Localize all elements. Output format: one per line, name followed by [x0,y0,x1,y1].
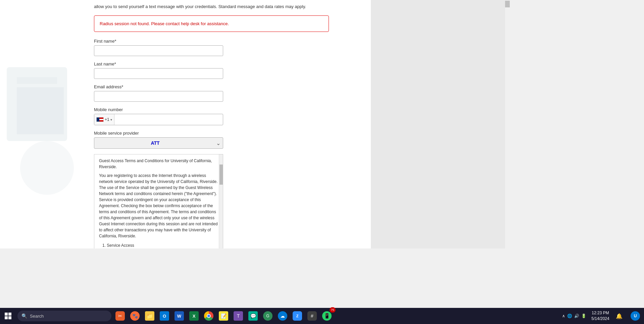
up-arrow-icon[interactable]: ∧ [562,314,565,318]
terms-paragraph1: You are registering to access the Intern… [99,173,218,239]
terms-section1-title: 1. Service Access [102,242,218,248]
mobile-field: Mobile number +1 ▾ [94,107,329,125]
user-avatar: U [631,311,640,321]
clock-date: 5/14/2024 [591,316,609,322]
snipping-tool-icon: ✂ [115,311,125,321]
calculator-icon: # [307,311,317,321]
taskbar-app-outlook[interactable]: O [157,309,172,323]
us-flag-icon [96,117,104,122]
country-dropdown-icon: ▾ [110,118,112,122]
terms-content[interactable]: Guest Access Terms and Conditions for Un… [94,154,223,248]
terms-title: Guest Access Terms and Conditions for Un… [99,158,218,170]
first-name-input[interactable] [94,45,223,56]
country-code: +1 [105,117,109,122]
last-name-input[interactable] [94,68,223,79]
start-button[interactable] [0,308,16,324]
notification-icon: 🔔 [616,313,623,319]
volume-icon[interactable]: 🔊 [574,314,579,318]
windows-icon [5,313,11,319]
taskbar-app-whatsapp[interactable]: 📱 75 [319,309,334,323]
mobile-number-input[interactable] [114,116,223,124]
taskbar-app-word[interactable]: W [172,309,187,323]
green-app-icon: G [263,311,273,321]
sticky-notes-icon: 📝 [219,311,228,321]
provider-select-wrapper: ATT Verizon T-Mobile Sprint Other ⌄ [94,137,223,149]
taskbar-app-mascot[interactable]: 🐾 [128,309,142,323]
taskbar-notification[interactable]: 🔔 [612,309,627,323]
email-input[interactable] [94,91,223,102]
battery-icon[interactable]: 🔋 [581,314,586,318]
terms-scrollbar[interactable] [219,154,223,248]
zoom-icon: Z [293,311,302,321]
whatsapp-icon: 📱 [322,311,332,321]
taskbar: 🔍 Search ✂ 🐾 📁 O W X 📝 T 💬 G ☁ Z [0,308,644,324]
taskbar-search-text: Search [30,314,44,319]
svg-point-3 [20,141,74,195]
provider-select[interactable]: ATT Verizon T-Mobile Sprint Other [94,137,223,149]
mascot-icon: 🐾 [130,311,140,321]
chat-icon: 💬 [248,311,258,321]
right-background [371,0,505,248]
taskbar-avatar[interactable]: U [628,309,643,323]
terms-scrollbar-thumb[interactable] [219,165,223,185]
email-field: Email address* [94,84,329,102]
taskbar-app-cloud[interactable]: ☁ [275,309,290,323]
taskbar-app-zoom[interactable]: Z [290,309,305,323]
provider-field: Mobile service provider ATT Verizon T-Mo… [94,131,329,149]
taskbar-app-calculator[interactable]: # [305,309,319,323]
email-label: Email address* [94,84,329,89]
taskbar-app-green[interactable]: G [260,309,275,323]
taskbar-search-icon: 🔍 [21,313,27,319]
mobile-input-wrapper: +1 ▾ [94,114,223,125]
clock-time: 12:23 PM [592,310,609,316]
folder-icon: 📁 [145,311,154,321]
svg-rect-1 [17,77,57,84]
provider-label: Mobile service provider [94,131,329,136]
word-icon: W [175,311,184,321]
first-name-field: First name* [94,39,329,56]
win-square-4 [8,316,11,319]
taskbar-app-sticky[interactable]: 📝 [216,309,231,323]
country-code-selector[interactable]: +1 ▾ [94,114,114,125]
error-box: Radius session not found. Please contact… [94,15,329,32]
error-message: Radius session not found. Please contact… [100,21,229,26]
system-tray: ∧ 🌐 🔊 🔋 [559,314,589,318]
intro-text: allow you to send yourself a text messag… [94,3,329,10]
outlook-icon: O [160,311,169,321]
cloud-icon: ☁ [278,311,287,321]
network-icon[interactable]: 🌐 [567,314,572,318]
mobile-label: Mobile number [94,107,329,112]
excel-icon: X [189,311,199,321]
main-scrollbar-thumb[interactable] [505,1,510,7]
taskbar-app-snipping[interactable]: ✂ [113,309,128,323]
chrome-inner-circle [207,314,211,318]
taskbar-right: ∧ 🌐 🔊 🔋 12:23 PM 5/14/2024 🔔 U [559,308,644,324]
main-scrollbar[interactable] [505,0,510,248]
last-name-field: Last name* [94,61,329,79]
whatsapp-badge: 75 [330,307,336,313]
win-square-2 [8,313,11,316]
win-square-3 [5,316,8,319]
taskbar-app-teams[interactable]: T [231,309,246,323]
taskbar-app-folder[interactable]: 📁 [142,309,157,323]
taskbar-app-chat[interactable]: 💬 [246,309,260,323]
background-graphic [0,34,94,235]
page-content: allow you to send yourself a text messag… [0,0,510,248]
win-square-1 [5,313,8,316]
taskbar-app-excel[interactable]: X [187,309,201,323]
taskbar-search[interactable]: 🔍 Search [17,311,111,321]
last-name-label: Last name* [94,61,329,66]
chrome-icon [204,311,213,321]
svg-rect-2 [17,87,64,134]
taskbar-app-chrome[interactable] [201,309,216,323]
clock[interactable]: 12:23 PM 5/14/2024 [590,310,610,322]
first-name-label: First name* [94,39,329,44]
terms-box: Guest Access Terms and Conditions for Un… [94,154,223,248]
teams-icon: T [234,311,243,321]
form-container: allow you to send yourself a text messag… [94,0,329,248]
